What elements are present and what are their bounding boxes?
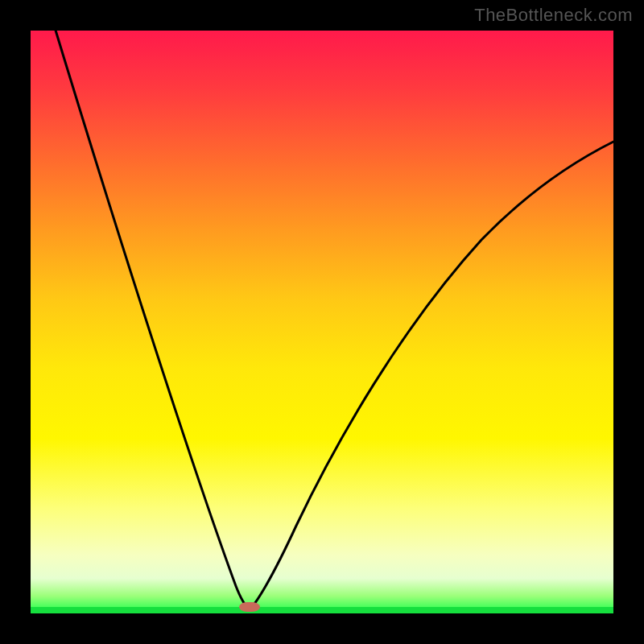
minimum-marker bbox=[239, 602, 260, 612]
curve-left-branch bbox=[48, 6, 250, 609]
curve-right-branch bbox=[250, 142, 613, 609]
chart-frame: TheBottleneck.com bbox=[0, 0, 644, 644]
watermark-text: TheBottleneck.com bbox=[474, 5, 633, 26]
plot-area bbox=[31, 31, 613, 613]
curve-layer bbox=[31, 31, 613, 613]
